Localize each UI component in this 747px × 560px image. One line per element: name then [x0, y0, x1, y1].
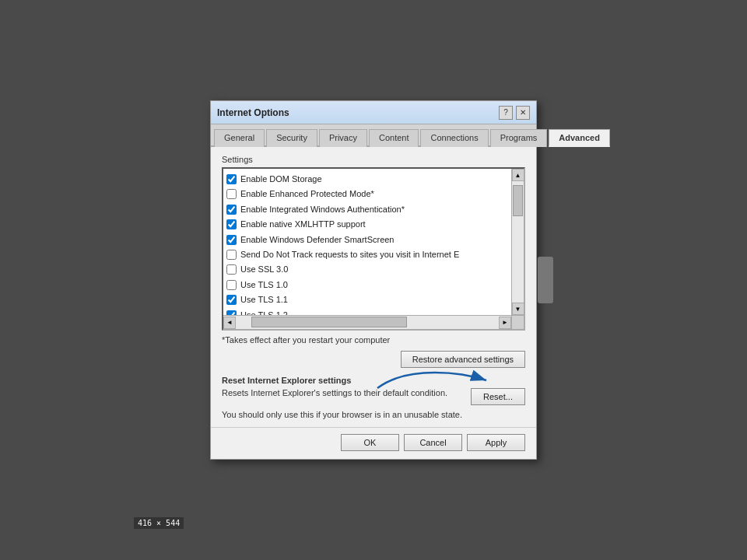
tab-content[interactable]: Content [369, 129, 419, 147]
scroll-thumb-h[interactable] [251, 317, 407, 327]
reset-section-title: Reset Internet Explorer settings [222, 376, 525, 385]
scroll-down-arrow[interactable]: ▼ [512, 303, 524, 315]
list-item: Enable native XMLHTTP support [223, 217, 511, 232]
scroll-up-arrow[interactable]: ▲ [512, 169, 524, 181]
internet-options-dialog: Internet Options ? ✕ General Security Pr… [210, 100, 537, 460]
apply-button[interactable]: Apply [467, 434, 525, 451]
settings-listbox: Enable DOM Storage Enable Enhanced Prote… [222, 167, 525, 331]
reset-unusable-note: You should only use this if your browser… [222, 410, 525, 419]
reset-section: Reset Internet Explorer settings Resets … [222, 376, 525, 419]
list-item: Use TLS 1.0 [223, 278, 511, 292]
scroll-right-arrow[interactable]: ► [499, 317, 511, 329]
list-item: Use TLS 1.1 [223, 292, 511, 307]
ok-button[interactable]: OK [341, 434, 399, 451]
setting-checkbox-6[interactable] [226, 264, 237, 275]
restore-advanced-settings-button[interactable]: Restore advanced settings [401, 351, 525, 368]
help-button[interactable]: ? [499, 106, 513, 120]
list-item: Use SSL 3.0 [223, 262, 511, 277]
tab-advanced[interactable]: Advanced [549, 129, 610, 147]
list-item: Send Do Not Track requests to sites you … [223, 247, 511, 262]
setting-checkbox-0[interactable] [226, 174, 237, 184]
footer: OK Cancel Apply [211, 427, 536, 459]
settings-inner: Enable DOM Storage Enable Enhanced Prote… [223, 169, 524, 329]
cancel-button[interactable]: Cancel [404, 434, 462, 451]
tab-privacy[interactable]: Privacy [319, 129, 367, 147]
restart-note: *Takes effect after you restart your com… [222, 335, 525, 345]
list-item: Enable Integrated Windows Authentication… [223, 202, 511, 217]
content-area: Settings Enable DOM Storage Enable Enhan… [211, 147, 536, 427]
resize-handle[interactable] [538, 257, 553, 303]
reset-description: Resets Internet Explorer's settings to t… [222, 388, 465, 397]
reset-button[interactable]: Reset... [471, 388, 525, 405]
restore-btn-row: Restore advanced settings [222, 351, 525, 368]
scrollbar-corner [511, 315, 524, 329]
title-bar: Internet Options ? ✕ [211, 101, 536, 124]
list-item: Enable Windows Defender SmartScreen [223, 233, 511, 247]
list-item: Enable Enhanced Protected Mode* [223, 187, 511, 201]
reset-row: Resets Internet Explorer's settings to t… [222, 388, 525, 405]
title-bar-controls: ? ✕ [499, 106, 530, 120]
tab-programs[interactable]: Programs [490, 129, 548, 147]
tab-security[interactable]: Security [266, 129, 317, 147]
close-button[interactable]: ✕ [516, 106, 530, 120]
setting-checkbox-2[interactable] [226, 205, 237, 215]
tab-general[interactable]: General [214, 129, 265, 147]
setting-checkbox-3[interactable] [226, 219, 237, 229]
scroll-track-h[interactable] [236, 316, 499, 329]
list-item: Enable DOM Storage [223, 172, 511, 187]
dialog-title: Internet Options [217, 107, 289, 118]
settings-label: Settings [222, 155, 525, 164]
scroll-thumb-v[interactable] [513, 185, 523, 216]
horizontal-scrollbar[interactable]: ◄ ► [223, 315, 511, 329]
scroll-left-arrow[interactable]: ◄ [223, 317, 236, 329]
scroll-track-v[interactable] [512, 181, 524, 303]
setting-checkbox-8[interactable] [226, 295, 237, 305]
setting-checkbox-4[interactable] [226, 235, 237, 245]
tab-connections[interactable]: Connections [420, 129, 488, 147]
setting-checkbox-7[interactable] [226, 280, 237, 290]
tab-bar: General Security Privacy Content Connect… [211, 124, 536, 147]
setting-checkbox-1[interactable] [226, 189, 237, 199]
vertical-scrollbar[interactable]: ▲ ▼ [511, 169, 524, 315]
size-indicator: 416 × 544 [134, 517, 184, 529]
setting-checkbox-5[interactable] [226, 250, 237, 260]
